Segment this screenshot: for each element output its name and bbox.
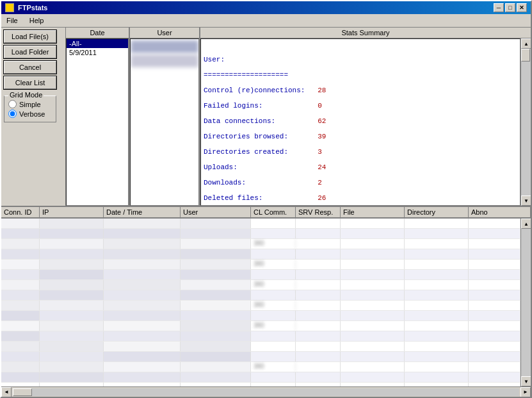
grid-cell	[1, 342, 40, 351]
table-row[interactable]	[1, 270, 520, 280]
user-header: User	[130, 28, 199, 38]
grid-cell	[341, 352, 405, 361]
grid-cell	[40, 219, 104, 228]
grid-cell	[40, 372, 104, 382]
table-row[interactable]	[1, 352, 520, 362]
grid-cell	[181, 321, 251, 331]
scroll-up-btn[interactable]: ▲	[521, 38, 531, 49]
date-item-0[interactable]: 5/9/2011	[67, 48, 128, 57]
stats-panel: Stats Summary User: ====================…	[200, 28, 531, 206]
col-header-file: File	[341, 207, 405, 217]
grid-cell	[341, 372, 405, 382]
grid-cell	[469, 280, 520, 290]
table-row[interactable]	[1, 290, 520, 301]
table-row[interactable]: 380	[1, 362, 520, 372]
minimize-button[interactable]: ─	[494, 3, 504, 12]
table-row[interactable]	[1, 219, 520, 229]
col-header-cl: CL Comm.	[251, 207, 296, 217]
maximize-button[interactable]: □	[505, 3, 515, 12]
table-row[interactable]: 380	[1, 239, 520, 249]
verbose-radio[interactable]	[8, 110, 17, 118]
load-folder-button[interactable]: Load Folder	[4, 46, 56, 58]
stats-scrollbar[interactable]: ▲ ▼	[520, 38, 531, 206]
menu-help[interactable]: Help	[27, 15, 47, 26]
grid-cell	[40, 362, 104, 372]
user-item-1[interactable]	[131, 54, 198, 67]
grid-cell	[104, 352, 181, 361]
grid-scroll-down[interactable]: ▼	[521, 376, 531, 386]
grid-scroll-up[interactable]: ▲	[521, 219, 531, 229]
h-scroll-thumb[interactable]	[13, 388, 32, 396]
table-row[interactable]	[1, 229, 520, 239]
grid-cell	[469, 362, 520, 372]
user-list[interactable]	[130, 38, 199, 206]
grid-cell	[1, 219, 40, 228]
grid-cell	[341, 321, 405, 331]
table-row[interactable]	[1, 311, 520, 321]
grid-body[interactable]: 380380380380380380	[1, 219, 520, 386]
h-scroll-left[interactable]: ◄	[1, 387, 12, 397]
grid-cell: 380	[251, 321, 296, 331]
table-row[interactable]	[1, 372, 520, 383]
grid-cell	[405, 280, 469, 290]
grid-cell	[1, 229, 40, 238]
h-scroll-right[interactable]: ►	[520, 387, 531, 397]
grid-header: Conn. ID IP Date / Time User CL Comm. SR…	[1, 207, 531, 219]
table-row[interactable]	[1, 342, 520, 352]
table-row[interactable]: 380	[1, 260, 520, 270]
h-scrollbar[interactable]: ◄ ►	[1, 386, 531, 397]
grid-cell	[181, 290, 251, 300]
scroll-down-btn[interactable]: ▼	[521, 195, 531, 206]
date-panel: Date -All- 5/9/2011	[65, 28, 129, 206]
grid-cell	[181, 219, 251, 228]
simple-radio-row: Simple	[8, 100, 52, 108]
table-row[interactable]: 380	[1, 280, 520, 290]
table-row[interactable]: 380	[1, 321, 520, 331]
grid-cell	[251, 270, 296, 279]
h-scroll-track	[13, 388, 519, 396]
grid-cell	[469, 239, 520, 249]
grid-cell	[251, 352, 296, 361]
grid-cell	[341, 249, 405, 259]
grid-scrollbar[interactable]: ▲ ▼	[520, 219, 531, 386]
clear-list-button[interactable]: Clear List	[4, 76, 56, 89]
table-row[interactable]: 380	[1, 301, 520, 311]
grid-cell	[40, 331, 104, 341]
app-icon	[5, 3, 14, 12]
scroll-thumb[interactable]	[521, 49, 530, 62]
grid-cell	[341, 342, 405, 351]
table-row[interactable]	[1, 331, 520, 342]
menu-file[interactable]: File	[4, 15, 20, 26]
date-all-item[interactable]: -All-	[67, 39, 128, 48]
grid-cell	[1, 362, 40, 372]
user-item-0[interactable]	[131, 40, 198, 53]
stats-content: User: ==================== Control (re)c…	[200, 38, 520, 206]
grid-cell	[1, 301, 40, 310]
grid-cell	[341, 260, 405, 269]
grid-cell	[469, 342, 520, 351]
table-row[interactable]	[1, 249, 520, 260]
user-panel: User	[129, 28, 200, 206]
col-header-dir: Directory	[405, 207, 469, 217]
grid-cell	[40, 249, 104, 259]
date-list[interactable]: -All- 5/9/2011	[66, 38, 129, 206]
simple-radio[interactable]	[8, 100, 17, 108]
grid-cell	[405, 362, 469, 372]
grid-cell	[104, 260, 181, 269]
grid-cell	[296, 352, 341, 361]
cancel-button[interactable]: Cancel	[4, 61, 56, 74]
grid-cell	[405, 260, 469, 269]
close-button[interactable]: ✕	[517, 3, 527, 12]
grid-cell	[40, 352, 104, 361]
grid-cell	[40, 229, 104, 238]
grid-cell	[296, 311, 341, 320]
col-header-ip: IP	[40, 207, 104, 217]
grid-cell	[469, 229, 520, 238]
grid-cell	[181, 301, 251, 310]
grid-cell	[104, 342, 181, 351]
window-title: FTPstats	[18, 4, 47, 12]
grid-cell	[181, 342, 251, 351]
load-files-button[interactable]: Load File(s)	[4, 30, 56, 43]
grid-cell	[341, 239, 405, 249]
grid-cell	[405, 249, 469, 259]
